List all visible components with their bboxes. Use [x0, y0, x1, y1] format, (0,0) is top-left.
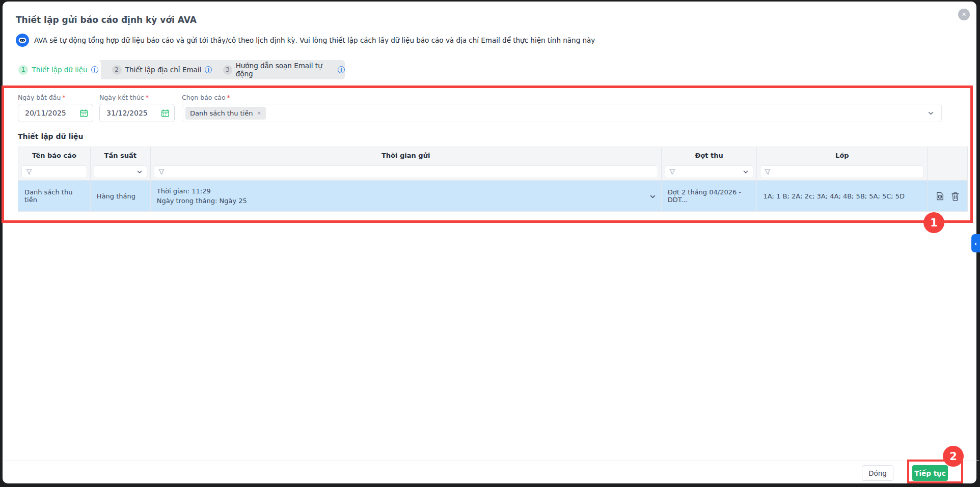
send-day-line: Ngày trong tháng: Ngày 25 — [157, 196, 247, 206]
report-select-label: Chọn báo cáo* — [182, 94, 230, 101]
report-multiselect[interactable]: Danh sách thu tiền ✕ — [182, 104, 942, 122]
funnel-icon — [158, 169, 165, 175]
annotation-badge-1: 1 — [923, 212, 944, 233]
report-schedule-modal: Thiết lập gửi báo cáo định kỳ với AVA ✕ … — [3, 2, 976, 483]
ava-bot-icon — [16, 34, 29, 47]
chevron-down-icon[interactable] — [928, 110, 934, 117]
modal-title: Thiết lập gửi báo cáo định kỳ với AVA — [16, 15, 197, 25]
cell-send-time: Thời gian: 11:29 Ngày trong tháng: Ngày … — [151, 181, 662, 211]
annotation-badge-2: 2 — [943, 446, 964, 467]
tab3-step-number: 3 — [223, 65, 232, 75]
chevron-down-icon — [743, 169, 749, 175]
continue-button[interactable]: Tiếp tục — [912, 465, 948, 481]
cell-actions — [928, 181, 967, 211]
tab1-label: Thiết lập dữ liệu — [32, 66, 87, 74]
tag-remove-icon[interactable]: ✕ — [257, 110, 261, 116]
chevron-down-icon[interactable] — [649, 193, 656, 203]
calendar-icon[interactable] — [161, 109, 170, 118]
col-header-collection-batch: Đợt thu — [662, 147, 757, 163]
wizard-tabs: 1 Thiết lập dữ liệu i 2 Thiết lập địa ch… — [16, 60, 345, 79]
end-date-field — [99, 104, 175, 122]
start-date-input[interactable] — [24, 108, 79, 118]
close-button[interactable]: Đóng — [862, 465, 893, 481]
cell-classes: 1A; 1 B; 2A; 2c; 3A; 4A; 4B; 5B; 5A; 5C;… — [757, 181, 928, 211]
close-glyph: ✕ — [962, 11, 966, 18]
chevron-down-icon — [137, 169, 143, 175]
end-date-input[interactable] — [105, 108, 161, 118]
filter-send-time-input[interactable] — [154, 165, 658, 178]
filter-report-name-input[interactable] — [21, 165, 87, 178]
tab2-label: Thiết lập địa chỉ Email — [125, 66, 202, 74]
col-header-frequency: Tần suất — [91, 147, 151, 163]
required-asterisk: * — [227, 94, 230, 101]
selected-report-tag-label: Danh sách thu tiền — [190, 109, 253, 117]
file-history-icon[interactable] — [935, 191, 945, 201]
info-icon[interactable]: i — [338, 66, 345, 73]
sidebar-collapse-handle[interactable]: ‹ — [971, 234, 980, 252]
tab3-label: Hướng dẫn soạn Email tự động — [236, 62, 334, 78]
send-time-line: Thời gian: 11:29 — [157, 186, 211, 196]
cell-collection-batch: Đợt 2 tháng 04/2026 - DDT... — [662, 181, 757, 211]
filter-class-input[interactable] — [760, 165, 924, 178]
tab2-step-number: 2 — [112, 65, 122, 75]
required-asterisk: * — [146, 94, 149, 101]
funnel-icon — [669, 169, 675, 175]
table-header-row: Tên báo cáo Tần suất Thời gian gửi Đợt t… — [18, 147, 967, 163]
tab-email-setup[interactable]: 2 Thiết lập địa chỉ Email i — [101, 60, 223, 79]
col-header-class: Lớp — [757, 147, 928, 163]
selected-report-tag: Danh sách thu tiền ✕ — [185, 107, 266, 120]
close-icon[interactable]: ✕ — [958, 9, 970, 20]
cell-report-name: Danh sách thu tiền — [18, 181, 91, 211]
chevron-left-icon: ‹ — [974, 240, 977, 247]
funnel-icon — [26, 169, 32, 175]
table-row[interactable]: Danh sách thu tiền Hàng tháng Thời gian:… — [18, 181, 967, 211]
required-asterisk: * — [62, 94, 65, 101]
info-icon[interactable]: i — [91, 66, 98, 73]
modal-description: AVA sẽ tự động tổng hợp dữ liệu báo cáo … — [34, 36, 595, 44]
footer-divider — [5, 461, 979, 461]
delete-icon[interactable] — [951, 191, 960, 201]
end-date-label: Ngày kết thúc* — [99, 94, 149, 101]
schedule-table: Tên báo cáo Tần suất Thời gian gửi Đợt t… — [18, 147, 968, 212]
tab1-step-number: 1 — [18, 65, 28, 75]
start-date-label: Ngày bắt đầu* — [18, 94, 66, 101]
filter-frequency-select[interactable] — [94, 165, 147, 178]
start-date-field — [18, 104, 93, 122]
col-header-report-name: Tên báo cáo — [18, 147, 91, 163]
table-section-title: Thiết lập dữ liệu — [18, 132, 83, 140]
funnel-icon — [765, 169, 771, 175]
info-icon[interactable]: i — [205, 66, 212, 73]
ava-description-row: AVA sẽ tự động tổng hợp dữ liệu báo cáo … — [16, 33, 595, 47]
col-header-actions — [928, 147, 967, 163]
cell-frequency: Hàng tháng — [91, 181, 151, 211]
tab-data-setup[interactable]: 1 Thiết lập dữ liệu i — [16, 60, 101, 79]
filter-collection-batch-select[interactable] — [665, 165, 754, 178]
col-header-send-time: Thời gian gửi — [151, 147, 662, 163]
calendar-icon[interactable] — [79, 109, 88, 118]
tab-email-guide[interactable]: 3 Hướng dẫn soạn Email tự động i — [223, 60, 345, 79]
table-filter-row — [18, 163, 967, 181]
